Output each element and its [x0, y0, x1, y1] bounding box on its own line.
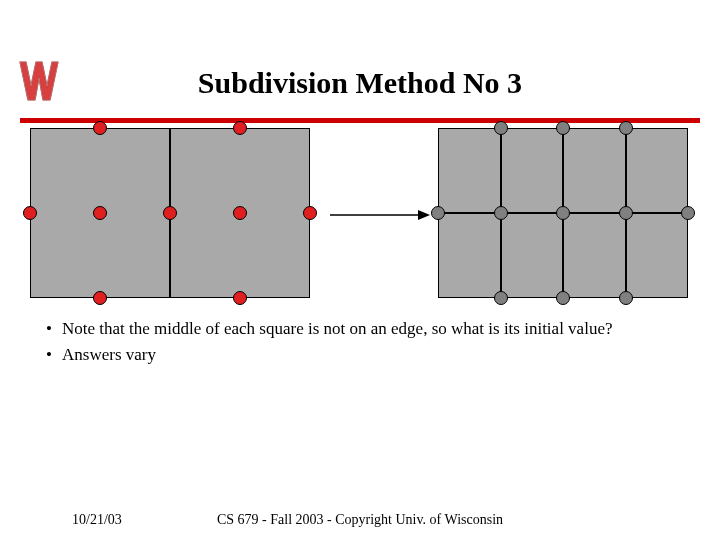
bullet-item: Note that the middle of each square is n… — [40, 318, 680, 340]
grid-right — [438, 128, 688, 298]
cell — [563, 128, 626, 213]
dot-gray — [494, 121, 508, 135]
dot-red — [233, 206, 247, 220]
diagram — [30, 128, 690, 298]
dot-gray — [556, 206, 570, 220]
dot-gray — [494, 206, 508, 220]
cell — [501, 213, 564, 298]
cell — [626, 213, 689, 298]
dot-red — [93, 121, 107, 135]
dot-gray — [494, 291, 508, 305]
dot-red — [233, 121, 247, 135]
bullet-list: Note that the middle of each square is n… — [40, 318, 680, 370]
dot-gray — [556, 121, 570, 135]
dot-gray — [619, 206, 633, 220]
grid-left — [30, 128, 310, 298]
dot-gray — [556, 291, 570, 305]
footer-course: CS 679 - Fall 2003 - Copyright Univ. of … — [0, 512, 720, 528]
dot-gray — [619, 121, 633, 135]
arrow-icon — [330, 208, 430, 222]
dot-red — [23, 206, 37, 220]
slide-title: Subdivision Method No 3 — [0, 66, 720, 100]
cell — [626, 128, 689, 213]
dot-gray — [681, 206, 695, 220]
cell — [438, 128, 501, 213]
dot-gray — [619, 291, 633, 305]
title-rule — [20, 118, 700, 123]
cell — [438, 213, 501, 298]
dot-red — [163, 206, 177, 220]
dot-red — [303, 206, 317, 220]
dot-gray — [431, 206, 445, 220]
cell — [501, 128, 564, 213]
dot-red — [93, 206, 107, 220]
svg-marker-1 — [418, 210, 430, 220]
dot-red — [233, 291, 247, 305]
dot-red — [93, 291, 107, 305]
bullet-item: Answers vary — [40, 344, 680, 366]
cell — [563, 213, 626, 298]
